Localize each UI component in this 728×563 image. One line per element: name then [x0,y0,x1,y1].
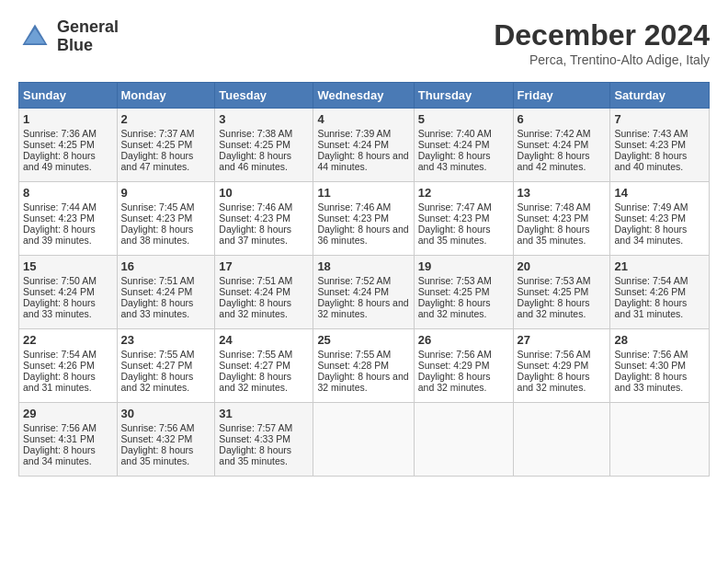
day-cell: 24Sunrise: 7:55 AMSunset: 4:27 PMDayligh… [215,329,313,403]
day-number: 27 [518,333,607,347]
sunrise-text: Sunrise: 7:48 AM [518,201,591,213]
sunrise-text: Sunrise: 7:53 AM [518,275,591,286]
sunrise-text: Sunrise: 7:56 AM [614,349,688,360]
daylight-text: Daylight: 8 hours and 49 minutes. [23,150,96,172]
day-cell: 19Sunrise: 7:53 AMSunset: 4:25 PMDayligh… [414,256,513,329]
day-cell: 3Sunrise: 7:38 AMSunset: 4:25 PMDaylight… [215,109,313,182]
sunrise-text: Sunrise: 7:50 AM [23,275,97,286]
sunset-text: Sunset: 4:24 PM [317,286,389,297]
day-number: 4 [317,112,409,126]
day-cell: 18Sunrise: 7:52 AMSunset: 4:24 PMDayligh… [313,256,414,329]
day-cell: 21Sunrise: 7:54 AMSunset: 4:26 PMDayligh… [610,256,710,329]
sunrise-text: Sunrise: 7:46 AM [317,201,391,213]
sunset-text: Sunset: 4:25 PM [418,286,490,297]
day-cell: 12Sunrise: 7:47 AMSunset: 4:23 PMDayligh… [414,182,513,256]
sunset-text: Sunset: 4:23 PM [518,213,589,224]
daylight-text: Daylight: 8 hours and 32 minutes. [219,371,291,393]
daylight-text: Daylight: 8 hours and 32 minutes. [219,297,291,319]
sunset-text: Sunset: 4:23 PM [121,213,193,224]
sunset-text: Sunset: 4:24 PM [518,139,589,150]
sunrise-text: Sunrise: 7:55 AM [121,349,195,360]
day-number: 12 [418,186,509,200]
sunrise-text: Sunrise: 7:47 AM [418,201,492,213]
day-cell: 8Sunrise: 7:44 AMSunset: 4:23 PMDaylight… [19,182,118,256]
logo: General Blue [18,18,119,55]
day-cell: 1Sunrise: 7:36 AMSunset: 4:25 PMDaylight… [19,109,118,182]
daylight-text: Daylight: 8 hours and 33 minutes. [23,297,96,319]
sunset-text: Sunset: 4:30 PM [614,360,686,371]
sunrise-text: Sunrise: 7:51 AM [121,275,195,286]
day-cell: 26Sunrise: 7:56 AMSunset: 4:29 PMDayligh… [414,329,513,403]
day-cell: 13Sunrise: 7:48 AMSunset: 4:23 PMDayligh… [513,182,610,256]
daylight-text: Daylight: 8 hours and 32 minutes. [418,297,491,319]
day-number: 11 [317,186,409,200]
title-section: December 2024 Perca, Trentino-Alto Adige… [494,18,710,67]
daylight-text: Daylight: 8 hours and 35 minutes. [418,224,491,246]
daylight-text: Daylight: 8 hours and 32 minutes. [518,297,590,319]
daylight-text: Daylight: 8 hours and 44 minutes. [317,150,408,172]
day-number: 7 [614,112,705,126]
sunrise-text: Sunrise: 7:44 AM [23,201,97,213]
day-cell: 10Sunrise: 7:46 AMSunset: 4:23 PMDayligh… [215,182,313,256]
header-friday: Friday [513,83,610,109]
daylight-text: Daylight: 8 hours and 31 minutes. [23,371,96,393]
sunrise-text: Sunrise: 7:49 AM [614,201,688,213]
day-cell: 17Sunrise: 7:51 AMSunset: 4:24 PMDayligh… [215,256,313,329]
sunrise-text: Sunrise: 7:56 AM [518,349,591,360]
daylight-text: Daylight: 8 hours and 33 minutes. [614,371,687,393]
day-number: 31 [219,407,309,420]
day-cell: 16Sunrise: 7:51 AMSunset: 4:24 PMDayligh… [117,256,215,329]
daylight-text: Daylight: 8 hours and 42 minutes. [518,150,590,172]
sunrise-text: Sunrise: 7:43 AM [614,128,688,139]
month-title: December 2024 [494,18,710,52]
day-number: 28 [614,333,705,347]
day-number: 17 [219,259,309,273]
sunset-text: Sunset: 4:24 PM [121,286,193,297]
sunrise-text: Sunrise: 7:38 AM [219,128,292,139]
sunrise-text: Sunrise: 7:45 AM [121,201,195,213]
daylight-text: Daylight: 8 hours and 32 minutes. [418,371,491,393]
day-number: 24 [219,333,309,347]
calendar-week-row: 15Sunrise: 7:50 AMSunset: 4:24 PMDayligh… [19,256,710,329]
calendar-week-row: 8Sunrise: 7:44 AMSunset: 4:23 PMDaylight… [19,182,710,256]
day-cell: 7Sunrise: 7:43 AMSunset: 4:23 PMDaylight… [610,109,710,182]
daylight-text: Daylight: 8 hours and 35 minutes. [121,444,194,466]
day-cell: 5Sunrise: 7:40 AMSunset: 4:24 PMDaylight… [414,109,513,182]
daylight-text: Daylight: 8 hours and 37 minutes. [219,224,291,246]
sunset-text: Sunset: 4:27 PM [121,360,193,371]
day-cell: 23Sunrise: 7:55 AMSunset: 4:27 PMDayligh… [117,329,215,403]
logo-text: General Blue [57,18,119,55]
sunset-text: Sunset: 4:26 PM [614,286,686,297]
sunset-text: Sunset: 4:27 PM [219,360,290,371]
day-number: 10 [219,186,309,200]
header-tuesday: Tuesday [215,83,313,109]
sunset-text: Sunset: 4:23 PM [23,213,95,224]
sunset-text: Sunset: 4:25 PM [23,139,95,150]
header-saturday: Saturday [610,83,710,109]
daylight-text: Daylight: 8 hours and 39 minutes. [23,224,96,246]
sunrise-text: Sunrise: 7:51 AM [219,275,292,286]
daylight-text: Daylight: 8 hours and 35 minutes. [518,224,590,246]
header-monday: Monday [117,83,215,109]
sunset-text: Sunset: 4:29 PM [518,360,589,371]
daylight-text: Daylight: 8 hours and 32 minutes. [317,297,408,319]
sunset-text: Sunset: 4:23 PM [317,213,389,224]
day-number: 21 [614,259,705,273]
sunrise-text: Sunrise: 7:36 AM [23,128,97,139]
daylight-text: Daylight: 8 hours and 33 minutes. [121,297,194,319]
sunset-text: Sunset: 4:24 PM [23,286,95,297]
location-subtitle: Perca, Trentino-Alto Adige, Italy [494,52,710,67]
daylight-text: Daylight: 8 hours and 34 minutes. [614,224,687,246]
sunset-text: Sunset: 4:23 PM [219,213,290,224]
empty-day-cell [414,403,513,477]
day-number: 13 [518,186,607,200]
day-cell: 31Sunrise: 7:57 AMSunset: 4:33 PMDayligh… [215,403,313,477]
daylight-text: Daylight: 8 hours and 35 minutes. [219,444,291,466]
day-cell: 22Sunrise: 7:54 AMSunset: 4:26 PMDayligh… [19,329,118,403]
daylight-text: Daylight: 8 hours and 32 minutes. [121,371,194,393]
sunrise-text: Sunrise: 7:42 AM [518,128,591,139]
calendar-week-row: 22Sunrise: 7:54 AMSunset: 4:26 PMDayligh… [19,329,710,403]
day-number: 25 [317,333,409,347]
sunset-text: Sunset: 4:28 PM [317,360,389,371]
calendar-week-row: 1Sunrise: 7:36 AMSunset: 4:25 PMDaylight… [19,109,710,182]
